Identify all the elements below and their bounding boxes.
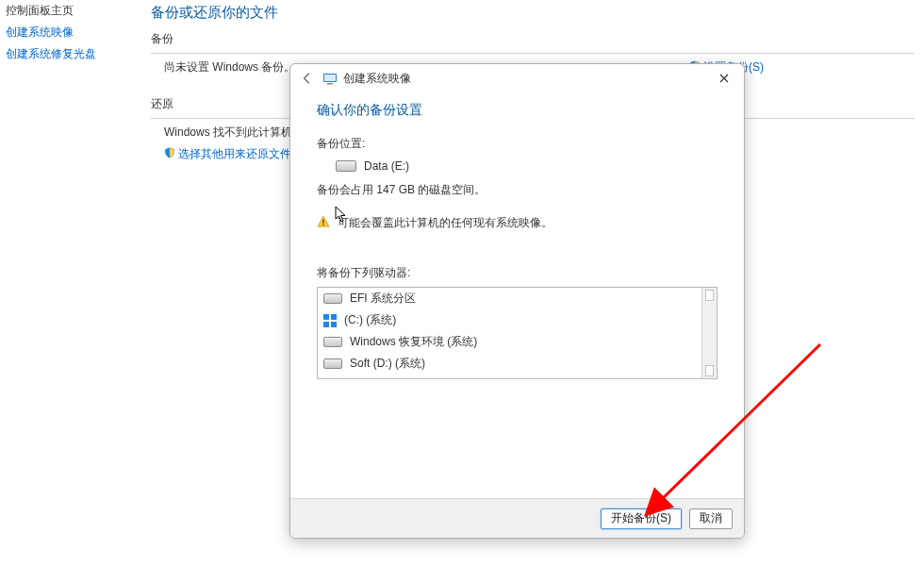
drives-list-label: 将备份下列驱动器:: [317, 265, 718, 281]
svg-rect-2: [327, 83, 333, 85]
dialog-content: 确认你的备份设置 备份位置: Data (E:) 备份会占用 147 GB 的磁…: [290, 92, 744, 498]
close-button[interactable]: [710, 67, 738, 90]
windows-icon: [323, 314, 337, 327]
system-image-icon: [322, 71, 338, 86]
close-icon: [719, 74, 729, 83]
drive-list-item: EFI 系统分区: [318, 288, 701, 309]
cancel-button[interactable]: 取消: [689, 508, 733, 529]
create-recovery-disc-link[interactable]: 创建系统修复光盘: [6, 46, 138, 62]
backup-location-label: 备份位置:: [317, 136, 718, 152]
dialog-titlebar: 创建系统映像: [290, 64, 744, 92]
page-title: 备份或还原你的文件: [151, 4, 915, 22]
drive-name: EFI 系统分区: [350, 291, 416, 307]
drive-name: (C:) (系统): [344, 312, 396, 328]
drives-list: EFI 系统分区 (C:) (系统) Windows 恢复环境 (系统) Sof…: [317, 287, 718, 379]
drive-icon: [323, 337, 342, 347]
start-backup-button[interactable]: 开始备份(S): [601, 508, 682, 529]
backup-location-value: Data (E:): [364, 159, 409, 173]
svg-rect-1: [324, 75, 336, 81]
create-system-image-link[interactable]: 创建系统映像: [6, 25, 138, 41]
create-system-image-dialog: 创建系统映像 确认你的备份设置 备份位置: Data (E:) 备份会占用 14…: [289, 63, 745, 539]
backup-status-text: 尚未设置 Windows 备份。: [164, 59, 295, 75]
drive-icon: [323, 358, 342, 369]
dialog-footer: 开始备份(S) 取消: [290, 498, 744, 538]
disk-space-text: 备份会占用 147 GB 的磁盘空间。: [317, 182, 718, 198]
svg-rect-6: [331, 314, 337, 320]
drive-list-item: (C:) (系统): [318, 309, 701, 331]
svg-rect-4: [322, 225, 323, 225]
svg-rect-7: [323, 322, 329, 327]
drive-icon: [323, 293, 342, 304]
svg-rect-5: [323, 314, 329, 320]
divider: [151, 53, 915, 54]
back-button[interactable]: [298, 69, 317, 88]
drive-list-item: Windows 恢复环境 (系统): [318, 331, 701, 353]
drive-icon: [336, 160, 356, 172]
backup-section-header: 备份: [151, 31, 915, 51]
drive-list-item: Soft (D:) (系统): [318, 353, 701, 375]
warning-icon: [317, 215, 330, 231]
shield-icon: [164, 147, 175, 161]
scrollbar[interactable]: [701, 288, 717, 378]
svg-rect-3: [322, 219, 323, 223]
dialog-heading: 确认你的备份设置: [317, 102, 718, 119]
dialog-title: 创建系统映像: [343, 71, 710, 87]
control-panel-home-link[interactable]: 控制面板主页: [6, 3, 138, 19]
svg-rect-8: [331, 322, 337, 327]
drive-name: Soft (D:) (系统): [350, 356, 425, 372]
warning-text: 可能会覆盖此计算机的任何现有系统映像。: [338, 215, 553, 231]
drive-name: Windows 恢复环境 (系统): [350, 334, 477, 350]
